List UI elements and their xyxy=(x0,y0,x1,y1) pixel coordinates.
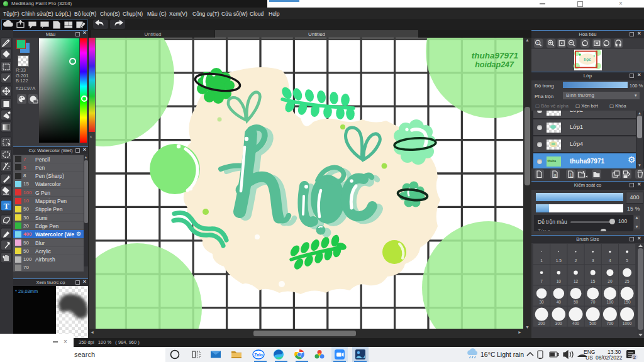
svg-text:1: 1 xyxy=(540,258,543,263)
svg-text:3: 3 xyxy=(592,258,594,263)
svg-text:1: 1 xyxy=(537,41,539,45)
svg-text:1: 1 xyxy=(570,173,572,177)
svg-text:300: 300 xyxy=(555,321,562,326)
svg-text:US: US xyxy=(586,354,593,361)
svg-text:T: T xyxy=(4,201,9,211)
svg-text:thuha97971: thuha97971 xyxy=(472,51,518,60)
svg-text:hoidap247: hoidap247 xyxy=(475,60,514,69)
svg-text:20: 20 xyxy=(608,279,613,283)
svg-text:2: 2 xyxy=(633,354,636,360)
svg-text:7: 7 xyxy=(540,279,543,283)
svg-text:150: 150 xyxy=(624,300,631,304)
svg-text:25: 25 xyxy=(625,279,630,283)
svg-text:700: 700 xyxy=(606,321,613,326)
svg-text:2: 2 xyxy=(575,258,577,263)
svg-text:200: 200 xyxy=(538,321,545,326)
svg-text:100: 100 xyxy=(606,300,613,304)
svg-text:Zalo: Zalo xyxy=(254,353,262,357)
svg-text:400: 400 xyxy=(572,321,579,326)
svg-text:70: 70 xyxy=(591,300,596,304)
svg-text:4: 4 xyxy=(609,258,611,263)
svg-text:5: 5 xyxy=(626,258,628,263)
svg-text:12: 12 xyxy=(574,279,579,283)
svg-text:500: 500 xyxy=(589,321,596,326)
svg-text:Light rain: Light rain xyxy=(497,351,524,358)
svg-text:học: học xyxy=(584,57,591,62)
svg-text:30: 30 xyxy=(539,300,544,304)
svg-text:16°C: 16°C xyxy=(480,351,496,358)
svg-text:x: x xyxy=(90,134,92,138)
svg-text:a: a xyxy=(554,173,557,177)
svg-text:08/02/2022: 08/02/2022 xyxy=(596,354,623,361)
svg-text:50: 50 xyxy=(574,300,579,304)
svg-text:15: 15 xyxy=(591,279,596,283)
svg-text:10: 10 xyxy=(557,279,562,283)
svg-text:40: 40 xyxy=(557,300,562,304)
svg-text:1000: 1000 xyxy=(623,321,632,326)
svg-text:1.5: 1.5 xyxy=(556,258,562,263)
